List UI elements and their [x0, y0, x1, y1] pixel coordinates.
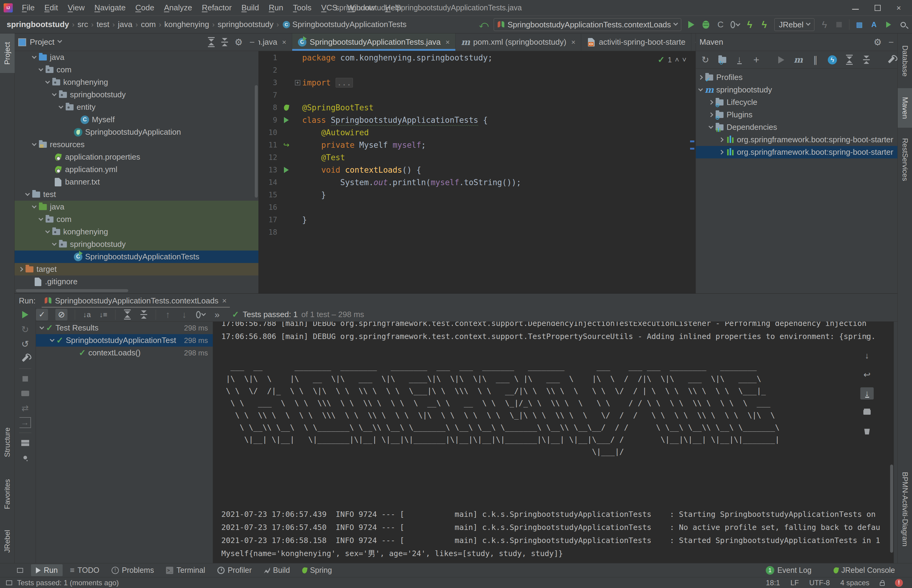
- maximize-button[interactable]: [875, 5, 881, 11]
- project-tree-row[interactable]: konghenying: [15, 76, 258, 89]
- chevron-down-icon[interactable]: [698, 87, 703, 92]
- test-class[interactable]: C: [298, 38, 307, 47]
- refresh-icon[interactable]: ↻: [701, 55, 710, 65]
- chevron-down-icon[interactable]: [58, 38, 62, 43]
- print-icon[interactable]: [862, 408, 872, 417]
- collapse-all-icon[interactable]: [862, 55, 871, 65]
- menu-tools[interactable]: Tools: [289, 1, 316, 14]
- breadcrumb-item[interactable]: konghenying: [165, 20, 209, 29]
- stop-icon[interactable]: [21, 374, 30, 383]
- file[interactable]: [53, 178, 63, 187]
- console[interactable]: 17:06:56.788 [main] DEBUG org.springfram…: [213, 321, 894, 563]
- folder-pkg[interactable]: [52, 78, 61, 87]
- sort-duration-icon[interactable]: ↓≡: [99, 310, 108, 319]
- prev-failed-icon[interactable]: ↑: [163, 310, 173, 319]
- chevron-down-icon[interactable]: [59, 104, 63, 109]
- project-tree-row[interactable]: entity: [15, 101, 258, 113]
- scroll-to-end-icon[interactable]: ↓: [862, 389, 872, 398]
- toolwindow-terminal-button[interactable]: >_Terminal: [161, 564, 210, 576]
- folder-orange[interactable]: [25, 265, 34, 274]
- boot[interactable]: [74, 128, 83, 137]
- chevron-down-icon[interactable]: [52, 92, 57, 96]
- stripe-structure[interactable]: Structure: [0, 420, 15, 465]
- offline-icon[interactable]: ϟ: [828, 55, 837, 65]
- toolwindow-build-button[interactable]: Build: [259, 564, 295, 576]
- maven-goal-icon[interactable]: m: [794, 55, 803, 65]
- close-button[interactable]: ×: [896, 4, 901, 12]
- stripe-favorites[interactable]: Favorites: [0, 471, 15, 517]
- maven-tree-row[interactable]: ⚙Plugins: [696, 108, 897, 121]
- chevron-down-icon[interactable]: [50, 337, 55, 342]
- spring-leaf-icon[interactable]: [283, 104, 289, 111]
- jrebel-run-icon[interactable]: ϟ: [745, 20, 754, 29]
- test-tree-row[interactable]: ✓SpringbootstudyApplicationTest298 ms: [36, 334, 213, 347]
- chevron-right-icon[interactable]: [709, 100, 713, 105]
- maven-tree-row[interactable]: ✓Profiles: [696, 71, 897, 84]
- pin-icon[interactable]: [21, 453, 30, 462]
- toolwindow-corner-icon[interactable]: [6, 580, 12, 585]
- toolwindow-icon[interactable]: ▩: [855, 20, 864, 29]
- maven-tree-row[interactable]: org.springframework.boot:spring-boot-sta…: [696, 146, 897, 158]
- run-tab[interactable]: SpringbootstudyApplicationTests.contextL…: [42, 294, 230, 308]
- toolwindow-todo-button[interactable]: ≡TODO: [65, 564, 104, 576]
- folder-pkg[interactable]: [58, 90, 68, 99]
- toolwindow-spring-button[interactable]: Spring: [297, 564, 337, 576]
- breadcrumb-item[interactable]: src: [77, 20, 88, 29]
- chevron-right-icon[interactable]: [698, 75, 703, 80]
- project-tree-row[interactable]: SpringbootstudyApplication: [15, 126, 258, 138]
- run-build-icon[interactable]: [777, 55, 786, 65]
- breadcrumb-item[interactable]: com: [141, 20, 156, 29]
- jrebel-console-button[interactable]: JRebel Console: [829, 565, 900, 576]
- menu-edit[interactable]: Edit: [40, 1, 62, 14]
- clear-all-icon[interactable]: [862, 426, 872, 436]
- chevron-down-icon[interactable]: [45, 79, 50, 84]
- project-tree-row[interactable]: java: [15, 201, 258, 213]
- chevron-down-icon[interactable]: [25, 191, 30, 196]
- fatal-error-icon[interactable]: !: [895, 579, 903, 587]
- chevron-down-icon[interactable]: [39, 66, 44, 71]
- layout-icon[interactable]: [21, 438, 30, 447]
- chevron-down-icon[interactable]: [32, 204, 37, 208]
- project-tree-row[interactable]: CSpringbootstudyApplicationTests: [15, 250, 258, 263]
- project-tree-row[interactable]: java: [15, 51, 258, 63]
- menu-refactor[interactable]: Refactor: [198, 1, 236, 14]
- test-class[interactable]: C: [74, 252, 83, 262]
- leaf[interactable]: [53, 165, 63, 174]
- gear-icon[interactable]: ⚙: [874, 37, 882, 47]
- close-icon[interactable]: ×: [282, 38, 286, 47]
- separator[interactable]: [156, 310, 156, 320]
- folder-gray[interactable]: [32, 190, 41, 199]
- run-icon[interactable]: [687, 20, 696, 29]
- project-tree-row[interactable]: .gitignore: [15, 275, 258, 288]
- project-tree-row[interactable]: com: [15, 63, 258, 76]
- rerun-failed-icon[interactable]: ↻: [21, 325, 30, 334]
- project-scrollbar-vertical[interactable]: [255, 85, 258, 198]
- caret-position[interactable]: 18:1: [766, 578, 780, 587]
- show-ignored-toggle[interactable]: ⊘: [55, 309, 68, 320]
- project-tree-row[interactable]: CMyself: [15, 113, 258, 126]
- folder-bars[interactable]: [715, 123, 724, 132]
- scroll-down-icon[interactable]: ↓: [862, 351, 872, 360]
- folder-pkg[interactable]: [52, 228, 61, 237]
- maven-tree-row[interactable]: ⚙Lifecycle: [696, 96, 897, 108]
- project-tree-row[interactable]: com: [15, 213, 258, 226]
- chevron-down-icon[interactable]: [52, 241, 57, 246]
- file-encoding[interactable]: UTF-8: [809, 578, 830, 587]
- jrebel-debug-icon[interactable]: ϟ: [760, 20, 769, 29]
- test-settings-icon[interactable]: [21, 354, 30, 363]
- code-area[interactable]: 1package com.konghenying.springbootstudy…: [258, 52, 696, 293]
- spring-bean-icon[interactable]: ↪: [283, 141, 289, 149]
- folder-blue[interactable]: [38, 53, 47, 62]
- folder-green[interactable]: [38, 202, 47, 212]
- expand-all-icon[interactable]: [845, 55, 854, 65]
- folder-res[interactable]: [38, 140, 47, 149]
- editor-tab[interactable]: activiti-spring-boot-starte: [581, 34, 691, 51]
- line-ending[interactable]: LF: [790, 578, 799, 587]
- download-sources-icon[interactable]: ↓: [735, 55, 744, 65]
- breadcrumb-item[interactable]: SpringbootstudyApplicationTests: [292, 20, 407, 29]
- breadcrumb-item[interactable]: springbootstudy: [218, 20, 274, 29]
- hide-icon[interactable]: −: [249, 37, 255, 47]
- profiler-icon[interactable]: [731, 20, 739, 29]
- search-everywhere-icon[interactable]: [899, 20, 908, 29]
- hide-icon[interactable]: −: [888, 37, 894, 47]
